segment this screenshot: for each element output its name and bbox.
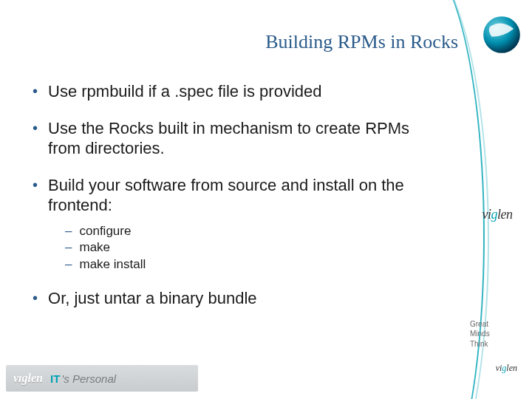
tagline-line: Think bbox=[470, 339, 525, 349]
dash-icon: – bbox=[65, 223, 72, 240]
subitem-text: make bbox=[79, 239, 110, 256]
mini-brand-mark: viglen bbox=[496, 363, 517, 374]
tagline-line: Great bbox=[470, 319, 525, 330]
brand-mark: viglen bbox=[470, 207, 525, 222]
tagline-line: Minds bbox=[470, 329, 525, 339]
brand-wordmark: viglen bbox=[482, 207, 513, 222]
footer-tagline: IT's Personal bbox=[50, 372, 116, 385]
decorative-curve bbox=[341, 0, 489, 399]
footer-brand: vıglen bbox=[13, 372, 43, 385]
bullet-icon: • bbox=[33, 81, 38, 100]
bullet-icon: • bbox=[33, 175, 38, 194]
bullet-icon: • bbox=[33, 288, 38, 307]
slide: Building RPMs in Rocks • Use rpmbuild if… bbox=[0, 0, 532, 399]
dash-icon: – bbox=[65, 239, 72, 256]
subitem-text: configure bbox=[79, 223, 131, 240]
tagline-block: Great Minds Think bbox=[470, 319, 525, 349]
footer-bar: vıglen IT's Personal bbox=[6, 365, 198, 392]
dash-icon: – bbox=[65, 256, 72, 273]
globe-logo-icon bbox=[482, 15, 522, 55]
subitem-text: make install bbox=[79, 256, 146, 273]
bullet-icon: • bbox=[33, 118, 38, 137]
